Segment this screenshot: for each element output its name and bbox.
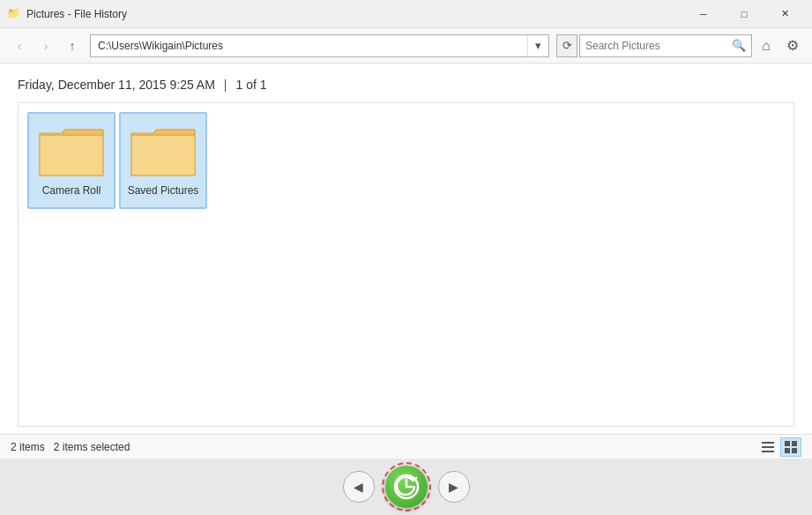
window-title: Pictures - File History: [26, 8, 683, 20]
list-view-icon: [761, 440, 775, 454]
folder-icon-camera-roll: [36, 124, 107, 181]
selected-count: 2 items selected: [54, 441, 130, 453]
svg-rect-5: [785, 448, 790, 453]
folder-label-camera-roll: Camera Roll: [42, 184, 101, 197]
search-icon: 🔍: [732, 39, 746, 52]
folder-icon-saved-pictures: [128, 124, 198, 181]
back-button[interactable]: ‹: [7, 34, 32, 58]
previous-button[interactable]: ◀: [343, 471, 375, 503]
settings-button[interactable]: ⚙: [780, 34, 805, 58]
up-button[interactable]: ↑: [60, 34, 85, 58]
svg-rect-1: [762, 446, 774, 448]
home-button[interactable]: ⌂: [754, 34, 778, 58]
window-controls: ─ □ ✕: [683, 0, 805, 28]
prev-icon: ◀: [354, 480, 363, 494]
title-bar: 📁 Pictures - File History ─ □ ✕: [0, 0, 812, 28]
address-bar: ▾: [90, 34, 549, 57]
bottom-controls: ◀ ▶: [0, 459, 812, 515]
status-bar: 2 items 2 items selected: [0, 434, 812, 459]
address-dropdown-button[interactable]: ▾: [527, 35, 548, 56]
folder-item-camera-roll[interactable]: Camera Roll: [27, 112, 115, 209]
next-button[interactable]: ▶: [438, 471, 470, 503]
svg-rect-4: [792, 441, 797, 446]
search-input[interactable]: [585, 40, 732, 52]
list-view-button[interactable]: [757, 437, 778, 457]
folder-item-saved-pictures[interactable]: Saved Pictures: [119, 112, 207, 209]
restore-icon: [393, 474, 420, 500]
refresh-button[interactable]: ⟳: [556, 34, 577, 57]
close-button[interactable]: ✕: [764, 0, 805, 28]
grid-view-button[interactable]: [780, 437, 801, 457]
app-icon: 📁: [7, 7, 21, 21]
date-text: Friday, December 11, 2015 9:25 AM: [18, 78, 215, 92]
search-bar: 🔍: [579, 34, 752, 57]
svg-rect-2: [762, 451, 774, 452]
folder-label-saved-pictures: Saved Pictures: [128, 184, 199, 197]
svg-rect-3: [785, 441, 790, 446]
nav-bar: ‹ › ↑ ▾ ⟳ 🔍 ⌂ ⚙: [0, 28, 812, 63]
restore-button[interactable]: [385, 466, 428, 508]
svg-rect-6: [792, 448, 797, 453]
restore-button-wrapper: [382, 462, 431, 511]
status-text: 2 items 2 items selected: [11, 441, 757, 453]
grid-view-icon: [784, 440, 798, 454]
page-info: 1 of 1: [236, 78, 267, 92]
view-buttons: [757, 437, 801, 457]
main-content: Friday, December 11, 2015 9:25 AM | 1 of…: [0, 63, 812, 434]
next-icon: ▶: [449, 480, 458, 494]
address-input[interactable]: [91, 35, 527, 56]
minimize-button[interactable]: ─: [683, 0, 724, 28]
forward-button[interactable]: ›: [34, 34, 58, 58]
item-count: 2 items: [11, 441, 45, 453]
date-bar: Friday, December 11, 2015 9:25 AM | 1 of…: [18, 78, 794, 92]
files-container: Camera Roll Saved Pictures: [18, 102, 794, 427]
svg-rect-0: [762, 442, 774, 444]
maximize-button[interactable]: □: [724, 0, 764, 28]
date-separator: |: [224, 78, 227, 92]
